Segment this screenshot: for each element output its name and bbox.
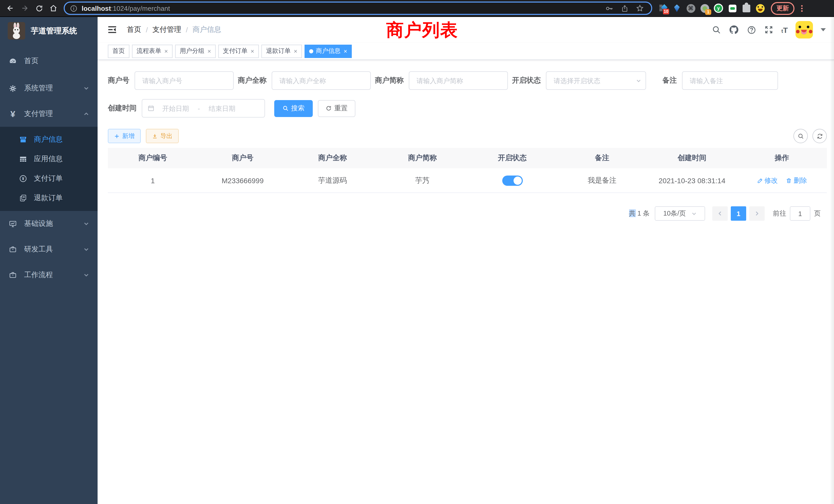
page-scrollbar[interactable] <box>830 17 834 504</box>
sidebar-item-dev-tools[interactable]: 研发工具 <box>0 236 97 262</box>
goto-label: 前往 <box>773 209 786 218</box>
tab-process-form[interactable]: 流程表单× <box>132 44 173 58</box>
extension-gem-icon[interactable] <box>672 4 681 13</box>
extensions-puzzle-icon[interactable] <box>742 4 751 13</box>
sidebar-item-infrastructure[interactable]: 基础设施 <box>0 211 97 236</box>
filter-row-2: 创建时间 - 搜索 重置 <box>108 99 827 117</box>
site-info-icon[interactable] <box>70 4 78 12</box>
close-icon[interactable]: × <box>164 48 168 54</box>
page-number-1[interactable]: 1 <box>731 206 746 221</box>
refresh-table-button[interactable] <box>812 129 827 143</box>
app-logo-row[interactable]: 芋道管理系统 <box>0 17 97 45</box>
page-size-select[interactable]: 10条/页 <box>655 206 705 221</box>
profile-emoji-icon[interactable] <box>755 4 765 13</box>
close-icon[interactable]: × <box>344 48 347 54</box>
extension-v-icon[interactable]: y <box>714 4 723 13</box>
search-icon[interactable] <box>712 25 721 35</box>
fullscreen-icon[interactable] <box>764 25 774 35</box>
toggle-search-button[interactable] <box>793 129 808 143</box>
status-select-input[interactable] <box>546 71 646 90</box>
sidebar-item-system-management[interactable]: 系统管理 <box>0 75 97 101</box>
export-button[interactable]: 导出 <box>146 129 179 143</box>
reset-button[interactable]: 重置 <box>318 100 355 117</box>
column-header: 商户简称 <box>377 154 467 163</box>
address-bar[interactable]: localhost:1024/pay/merchant <box>64 2 652 15</box>
user-avatar[interactable] <box>795 21 813 39</box>
browser-reload-button[interactable] <box>32 1 46 16</box>
sidebar-item-label: 商户信息 <box>34 135 92 144</box>
chevron-down-icon <box>691 211 697 216</box>
breadcrumb-section[interactable]: 支付管理 <box>153 25 181 35</box>
tab-home[interactable]: 首页 <box>108 44 129 58</box>
full-name-input[interactable] <box>272 71 371 90</box>
browser-back-button[interactable] <box>3 1 18 16</box>
end-date-input[interactable] <box>201 105 243 112</box>
sidebar-item-pay-order[interactable]: ¥ 支付订单 <box>0 169 97 188</box>
field-label: 商户号 <box>108 76 129 85</box>
sidebar-item-label: 退款订单 <box>34 193 92 203</box>
github-icon[interactable] <box>729 25 739 35</box>
sidebar-item-app-info[interactable]: 应用信息 <box>0 150 97 169</box>
short-name-input[interactable] <box>409 71 508 90</box>
next-page-button[interactable] <box>749 206 765 221</box>
start-date-input[interactable] <box>155 105 197 112</box>
tab-refund-order[interactable]: 退款订单× <box>261 44 302 58</box>
sidebar-item-workflow[interactable]: 工作流程 <box>0 262 97 288</box>
breadcrumb-home[interactable]: 首页 <box>127 25 141 35</box>
tab-pay-order[interactable]: 支付订单× <box>218 44 259 58</box>
remark-input[interactable] <box>682 71 778 90</box>
merchant-no-input[interactable] <box>135 71 234 90</box>
sidebar-item-label: 系统管理 <box>24 84 83 93</box>
sidebar-item-label: 研发工具 <box>24 245 83 254</box>
calendar-icon <box>147 105 155 112</box>
yen-icon: ¥ <box>9 110 17 118</box>
plus-icon <box>114 133 120 139</box>
sidebar-item-label: 工作流程 <box>24 271 83 280</box>
tab-user-group[interactable]: 用户分组× <box>175 44 216 58</box>
avatar-caret-down-icon[interactable] <box>821 28 826 31</box>
status-toggle[interactable] <box>502 175 523 186</box>
extension-notes-icon[interactable] <box>728 4 737 13</box>
cell-status <box>467 175 557 186</box>
toolbox-icon <box>9 271 17 279</box>
filter-short-name: 商户简称 <box>375 71 508 90</box>
add-button[interactable]: 新增 <box>108 129 141 143</box>
prev-page-button[interactable] <box>712 206 728 221</box>
navbar: 首页 / 支付管理 / 商户信息 商户列表 tT <box>97 17 834 43</box>
chevron-up-icon <box>83 111 89 117</box>
help-icon[interactable] <box>747 25 757 35</box>
share-icon[interactable] <box>621 4 629 12</box>
browser-menu-icon[interactable] <box>797 5 806 12</box>
sidebar-item-merchant-info[interactable]: 商户信息 <box>0 130 97 150</box>
delete-link[interactable]: 删除 <box>786 176 807 185</box>
pagination-total: 共 1 条 <box>629 209 650 218</box>
extension-workona-icon[interactable]: 10 <box>658 4 667 13</box>
chrome-update-button[interactable]: 更新 <box>771 2 794 15</box>
extension-command-icon[interactable]: ⌘ <box>686 4 695 13</box>
toolbox-icon <box>9 245 17 254</box>
browser-home-button[interactable] <box>46 1 61 16</box>
extension-recorder-icon[interactable]: 1 <box>700 4 709 13</box>
password-key-icon[interactable] <box>605 4 614 13</box>
filter-remark: 备注 <box>662 71 778 90</box>
bookmark-star-icon[interactable] <box>636 4 644 12</box>
status-select[interactable] <box>546 71 646 90</box>
font-size-icon[interactable]: tT <box>781 26 788 33</box>
sidebar-collapse-button[interactable] <box>106 24 118 36</box>
close-icon[interactable]: × <box>207 48 211 54</box>
gear-icon <box>9 84 17 93</box>
refresh-icon <box>326 105 332 111</box>
close-icon[interactable]: × <box>294 48 297 54</box>
create-time-range-picker[interactable]: - <box>142 99 265 117</box>
sidebar-item-pay-management[interactable]: ¥ 支付管理 <box>0 101 97 127</box>
sidebar-item-home[interactable]: 首页 <box>0 47 97 75</box>
close-icon[interactable]: × <box>250 48 254 54</box>
search-button[interactable]: 搜索 <box>274 100 313 117</box>
column-header: 商户号 <box>198 154 288 163</box>
browser-forward-button[interactable] <box>18 1 32 16</box>
goto-page-input[interactable] <box>790 206 810 221</box>
sidebar-item-refund-order[interactable]: 退款订单 <box>0 188 97 208</box>
monitor-chart-icon <box>9 220 17 228</box>
tab-merchant-info[interactable]: 商户信息× <box>305 44 352 58</box>
edit-link[interactable]: 修改 <box>757 176 778 185</box>
